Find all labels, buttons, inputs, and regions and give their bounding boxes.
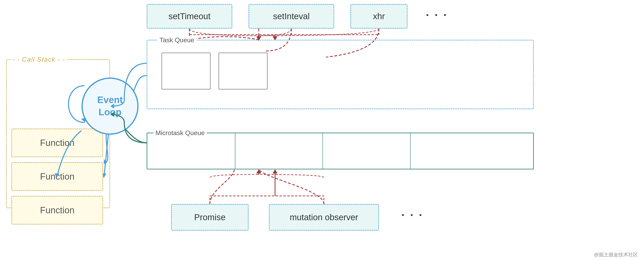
setinterval-box: setInteval: [248, 4, 334, 29]
diagram-container: - - Call Stack - - Function Function Fun…: [0, 0, 644, 260]
function-box-2: Function: [12, 162, 103, 191]
function-box-1: Function: [12, 128, 103, 157]
mutation-observer-box: mutation observer: [269, 204, 379, 231]
microtask-queue-label: Microtask Queue: [154, 129, 207, 137]
settimeout-box: setTimeout: [147, 4, 232, 29]
svg-marker-19: [272, 169, 278, 174]
microtask-divider-3: [410, 133, 410, 169]
promise-box: Promise: [171, 204, 248, 231]
call-stack-label: - - Call Stack - -: [11, 56, 66, 63]
task-queue-container: Task Queue: [147, 40, 534, 109]
task-box-1: [162, 53, 210, 89]
dots-bottom: · · ·: [401, 208, 423, 221]
watermark: @掘土掘金技术社区: [594, 251, 638, 258]
xhr-box: xhr: [350, 4, 408, 29]
function-box-3: Function: [12, 196, 103, 224]
task-queue-label: Task Queue: [158, 36, 196, 44]
task-box-2: [218, 53, 268, 89]
event-loop-circle: Event Loop: [82, 78, 138, 135]
svg-marker-11: [256, 169, 261, 174]
microtask-divider-1: [235, 133, 235, 169]
microtask-queue-container: Microtask Queue: [147, 133, 534, 169]
dots-top: · · ·: [426, 8, 448, 22]
microtask-divider-2: [322, 133, 323, 169]
